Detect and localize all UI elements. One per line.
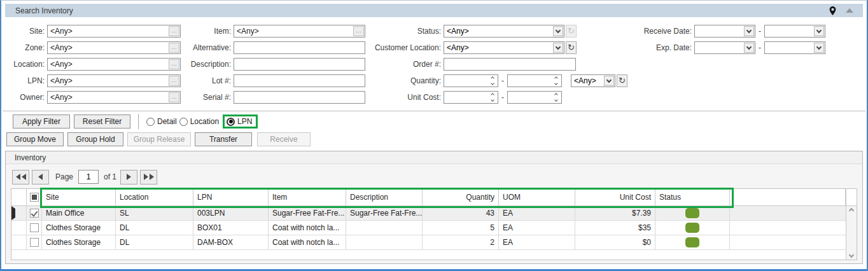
row-checkbox[interactable] <box>27 221 42 235</box>
owner-lookup-button[interactable]: … <box>169 92 179 102</box>
lot-label: Lot #: <box>188 76 234 85</box>
site-label: Site: <box>4 27 47 36</box>
inventory-group: Inventory Page of 1 Site Location LPN It… <box>5 151 863 264</box>
zone-field: … <box>47 41 181 54</box>
lpn-label: LPN: <box>4 76 47 85</box>
site-input[interactable] <box>47 25 181 38</box>
quantity-match-dropdown-button[interactable] <box>604 76 614 86</box>
quantity-from-spinner <box>444 74 498 87</box>
item-input[interactable] <box>234 25 365 38</box>
chevron-down-icon <box>746 27 752 32</box>
column-header-quantity[interactable]: Quantity <box>423 189 499 205</box>
cell-site: Clothes Storage <box>42 235 116 249</box>
filter-column-2: Item: … Alternative: Description: Lot #:… <box>188 25 365 108</box>
table-row[interactable]: Main Office SL 003LPN Sugar-Free Fat-Fre… <box>11 206 846 221</box>
apply-filter-button[interactable]: Apply Filter <box>13 115 70 129</box>
column-header-item[interactable]: Item <box>269 189 346 205</box>
collapse-panel-icon[interactable] <box>844 5 855 17</box>
column-header-site[interactable]: Site <box>42 189 116 205</box>
cell-description <box>346 235 423 249</box>
radio-selected-icon <box>227 118 235 126</box>
customer-location-combo-input[interactable] <box>444 42 564 53</box>
transfer-button[interactable]: Transfer <box>195 132 252 146</box>
scroll-down-icon[interactable] <box>849 253 854 258</box>
serial-input[interactable] <box>234 91 365 104</box>
lpn-lookup-button[interactable]: … <box>169 76 179 86</box>
owner-input[interactable] <box>47 91 181 104</box>
spinner-arrows-icon[interactable] <box>488 92 497 102</box>
receive-date-from-dropdown-button[interactable] <box>744 26 754 36</box>
row-checkbox[interactable] <box>27 235 42 249</box>
radio-location-label: Location <box>190 117 219 126</box>
group-hold-button[interactable]: Group Hold <box>67 132 123 146</box>
receive-date-to-combo <box>764 25 825 38</box>
chevron-down-icon <box>556 27 561 32</box>
exp-date-from-dropdown-button[interactable] <box>744 43 754 53</box>
scrollbar-track[interactable] <box>846 206 857 260</box>
alternative-input[interactable] <box>234 41 365 54</box>
column-header-uom[interactable]: UOM <box>499 189 575 205</box>
column-header-description[interactable]: Description <box>346 189 423 205</box>
previous-page-button[interactable] <box>32 170 49 184</box>
location-field: … <box>47 58 181 71</box>
spinner-arrows-icon[interactable] <box>552 76 561 86</box>
zone-lookup-button[interactable]: … <box>169 43 179 53</box>
current-row-indicator <box>11 206 27 220</box>
filter-column-1: Site: … Zone: … Location: … LPN: … <box>4 25 181 108</box>
status-green-icon <box>685 223 699 233</box>
last-page-button[interactable] <box>140 170 157 184</box>
scroll-up-icon[interactable] <box>849 208 854 213</box>
unchecked-checkbox-icon <box>30 238 39 247</box>
grid-header-row: Site Location LPN Item Description Quant… <box>11 189 846 206</box>
order-input[interactable] <box>444 58 576 71</box>
cell-status <box>655 221 730 235</box>
customer-location-refresh-button[interactable]: ↻ <box>566 41 577 54</box>
site-lookup-button[interactable]: … <box>169 26 179 36</box>
description-input[interactable] <box>234 58 365 71</box>
zone-input[interactable] <box>47 41 181 54</box>
vertical-separator <box>138 114 139 129</box>
group-move-button[interactable]: Group Move <box>6 132 64 146</box>
table-row[interactable]: Clothes Storage DL DAM-BOX Coat with not… <box>11 235 846 250</box>
cell-location: DL <box>116 221 193 235</box>
receive-button: Receive <box>257 132 311 146</box>
location-lookup-button[interactable]: … <box>169 59 179 69</box>
table-row[interactable]: Clothes Storage DL BOX01 Coat with notch… <box>11 221 846 235</box>
vertical-scrollbar[interactable] <box>846 189 857 260</box>
column-header-lpn[interactable]: LPN <box>193 189 269 205</box>
cell-filler <box>730 235 846 249</box>
reset-filter-button[interactable]: Reset Filter <box>74 115 130 129</box>
item-lookup-button[interactable]: … <box>353 26 364 36</box>
owner-label: Owner: <box>4 93 47 102</box>
column-header-unit-cost[interactable]: Unit Cost <box>575 189 655 205</box>
spinner-arrows-icon[interactable] <box>552 92 561 102</box>
lot-input[interactable] <box>234 74 365 87</box>
radio-location[interactable]: Location <box>179 117 219 126</box>
quantity-refresh-button[interactable]: ↻ <box>617 74 627 87</box>
spinner-arrows-icon[interactable] <box>488 76 497 86</box>
status-combo-input[interactable] <box>444 25 564 37</box>
status-dropdown-button[interactable] <box>553 26 563 36</box>
row-checkbox[interactable] <box>27 206 42 220</box>
pin-icon[interactable] <box>826 5 839 17</box>
column-header-location[interactable]: Location <box>116 189 193 205</box>
exp-date-to-dropdown-button[interactable] <box>814 43 824 53</box>
page-number-input[interactable] <box>78 170 99 184</box>
receive-date-to-dropdown-button[interactable] <box>814 26 824 36</box>
row-indicator <box>11 235 27 249</box>
customer-location-combo <box>444 41 564 54</box>
radio-lpn[interactable]: LPN <box>223 115 258 129</box>
quantity-label: Quantity: <box>372 76 444 85</box>
radio-lpn-label: LPN <box>237 117 252 126</box>
lpn-input[interactable] <box>47 74 181 87</box>
radio-detail[interactable]: Detail <box>146 117 177 126</box>
panel-divider <box>3 111 865 111</box>
customer-location-dropdown-button[interactable] <box>553 43 563 53</box>
select-all-checkbox[interactable] <box>27 189 42 205</box>
column-header-status[interactable]: Status <box>655 189 730 205</box>
first-page-button[interactable] <box>12 170 29 184</box>
next-page-button[interactable] <box>120 170 137 184</box>
status-refresh-button: ↻ <box>566 25 577 38</box>
location-input[interactable] <box>47 58 181 71</box>
cell-location: SL <box>116 206 193 220</box>
